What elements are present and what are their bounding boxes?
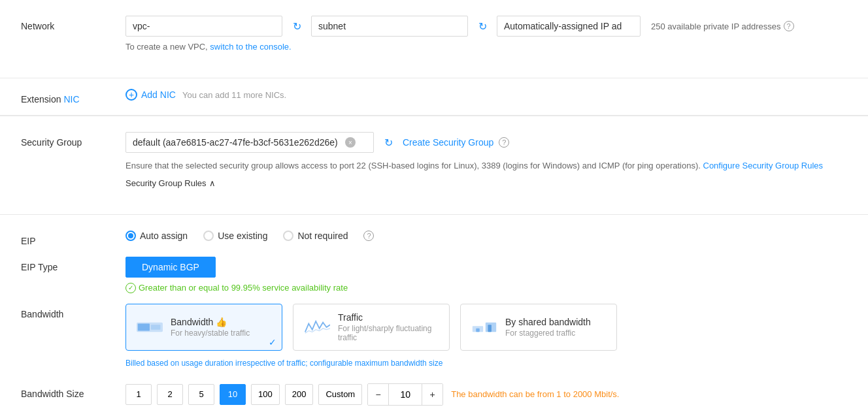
bandwidth-size-row: Bandwidth Size 1 2 5 10 100 200 Custom −… [21,383,847,406]
network-row: Network vpc- ↻ subnet ↻ Automaticall [21,16,847,52]
size-btn-100[interactable]: 100 [251,384,280,405]
eip-type-row: EIP Type Dynamic BGP ✓ Greater than or e… [21,257,847,293]
check-circle-icon: ✓ [125,283,136,293]
shared-card-text: By shared bandwidth For staggered traffi… [505,317,606,338]
add-nic-label: Add NIC [141,89,176,100]
sg-clear-button[interactable]: × [345,137,356,148]
availability-text: ✓ Greater than or equal to 99.95% servic… [125,283,847,293]
size-btn-1[interactable]: 1 [125,384,152,405]
shared-card-subtitle: For staggered traffic [505,329,606,338]
sg-refresh-button[interactable]: ↻ [379,133,397,152]
traffic-card-icon [304,314,330,340]
nic-label-text: NIC [63,94,79,104]
bandwidth-card-bandwidth[interactable]: Bandwidth 👍 For heavy/stable traffic [125,304,282,351]
vpc-select-wrapper: vpc- [125,16,282,37]
ip-help-icon[interactable]: ? [784,21,794,31]
ip-info: 250 available private IP addresses ? [651,21,794,31]
switch-console-link[interactable]: switch to the console. [210,42,291,52]
bandwidth-size-label: Bandwidth Size [21,383,125,399]
sg-ensure-text-content: Ensure that the selected security group … [125,161,701,170]
eip-auto-assign-option[interactable]: Auto assign [125,231,188,241]
bandwidth-card-traffic[interactable]: Traffic For light/sharply fluctuating tr… [293,304,450,351]
add-nic-button[interactable]: + Add NIC [125,89,176,101]
size-range-hint: The bandwidth can be from 1 to 2000 Mbit… [451,389,619,399]
thumb-icon: 👍 [216,317,227,327]
security-group-row: Security Group default (aa7e6815-ac27-47… [21,132,847,188]
network-label: Network [21,16,125,31]
eip-label: EIP [21,231,125,246]
network-note: To create a new VPC, switch to the conso… [125,42,847,52]
bandwidth-card-shared[interactable]: By shared bandwidth For staggered traffi… [460,304,617,351]
sg-help-icon[interactable]: ? [499,137,509,148]
size-btn-2[interactable]: 2 [157,384,183,405]
billed-text: Billed based on usage duration irrespect… [125,359,847,368]
configure-sg-rules-link[interactable]: Configure Security Group Rules [703,161,824,170]
bandwidth-label: Bandwidth [21,304,125,319]
stepper-plus-button[interactable]: + [422,384,442,405]
stepper-input[interactable] [389,384,422,405]
eip-type-content: Dynamic BGP ✓ Greater than or equal to 9… [125,257,847,293]
eip-use-existing-option[interactable]: Use existing [203,231,267,241]
traffic-card-text: Traffic For light/sharply fluctuating tr… [338,312,439,342]
network-section: Network vpc- ↻ subnet ↻ Automaticall [0,0,868,78]
svg-rect-6 [488,325,491,332]
sg-controls: default (aa7e6815-ac27-47fe-b3cf-5631e26… [125,132,847,153]
eip-not-required-label: Not required [297,231,348,241]
shared-card-title: By shared bandwidth [505,317,606,327]
network-controls: vpc- ↻ subnet ↻ Automatically-assigned I… [125,16,847,37]
extension-nic-content: + Add NIC You can add 11 more NICs. [125,89,847,101]
svg-rect-2 [151,325,161,329]
eip-not-required-option[interactable]: Not required [283,231,348,241]
bandwidth-card-subtitle: For heavy/stable traffic [171,329,271,338]
bandwidth-content: Bandwidth 👍 For heavy/stable traffic [125,304,847,378]
ip-select-wrapper: Automatically-assigned IP address [497,16,641,37]
eip-not-required-radio[interactable] [283,231,293,241]
eip-content: Auto assign Use existing Not required ? [125,231,847,241]
bandwidth-card-title: Bandwidth 👍 [171,317,271,327]
size-btn-10[interactable]: 10 [220,384,246,405]
create-sg-link[interactable]: Create Security Group [403,137,493,148]
eip-auto-assign-radio[interactable] [125,231,136,241]
network-content: vpc- ↻ subnet ↻ Automatically-assigned I… [125,16,847,52]
bandwidth-card-icon [137,314,163,340]
eip-radio-group: Auto assign Use existing Not required ? [125,231,847,241]
eip-use-existing-label: Use existing [218,231,267,241]
dynamic-bgp-button[interactable]: Dynamic BGP [125,257,216,278]
traffic-card-title: Traffic [338,312,439,323]
bandwidth-stepper: − + [367,383,443,406]
eip-help-icon[interactable]: ? [363,231,374,241]
shared-card-icon [471,314,497,340]
subnet-refresh-button[interactable]: ↻ [473,17,492,35]
size-btn-200[interactable]: 200 [285,384,314,405]
vpc-refresh-button[interactable]: ↻ [288,17,306,35]
bandwidth-cards: Bandwidth 👍 For heavy/stable traffic [125,304,847,351]
subnet-select[interactable]: subnet [311,16,468,37]
security-group-section: Security Group default (aa7e6815-ac27-47… [0,116,868,215]
eip-use-existing-radio[interactable] [203,231,214,241]
extension-nic-row: Extension NIC + Add NIC You can add 11 m… [21,89,847,104]
ip-select[interactable]: Automatically-assigned IP address [497,16,641,37]
billed-note: Billed based on usage duration irrespect… [125,359,442,368]
nic-hint-text: You can add 11 more NICs. [182,90,286,100]
sg-rules-link[interactable]: Security Group Rules ∧ [125,178,847,188]
subnet-select-wrapper: subnet [311,16,468,37]
eip-type-label: EIP Type [21,257,125,272]
plus-circle-icon: + [125,89,137,101]
vpc-select[interactable]: vpc- [125,16,282,37]
sg-select-wrapper: default (aa7e6815-ac27-47fe-b3cf-5631e26… [125,132,374,153]
add-nic-row: + Add NIC You can add 11 more NICs. [125,89,847,101]
bandwidth-card-text: Bandwidth 👍 For heavy/stable traffic [171,317,271,338]
bandwidth-size-content: 1 2 5 10 100 200 Custom − + The bandwidt… [125,383,847,406]
sg-select[interactable]: default (aa7e6815-ac27-47fe-b3cf-5631e26… [125,132,374,153]
extension-nic-label: Extension NIC [21,89,125,104]
security-group-label: Security Group [21,132,125,148]
eip-row: EIP Auto assign Use existing Not require… [21,231,847,246]
size-btn-5[interactable]: 5 [188,384,214,405]
size-btn-custom[interactable]: Custom [318,384,362,405]
available-ips-text: 250 available private IP addresses [651,22,781,31]
eip-section: EIP Auto assign Use existing Not require… [0,215,868,418]
network-note-text: To create a new VPC, [125,42,208,52]
extension-label-text: Extension [21,94,63,104]
stepper-minus-button[interactable]: − [368,384,389,405]
security-group-content: default (aa7e6815-ac27-47fe-b3cf-5631e26… [125,132,847,188]
